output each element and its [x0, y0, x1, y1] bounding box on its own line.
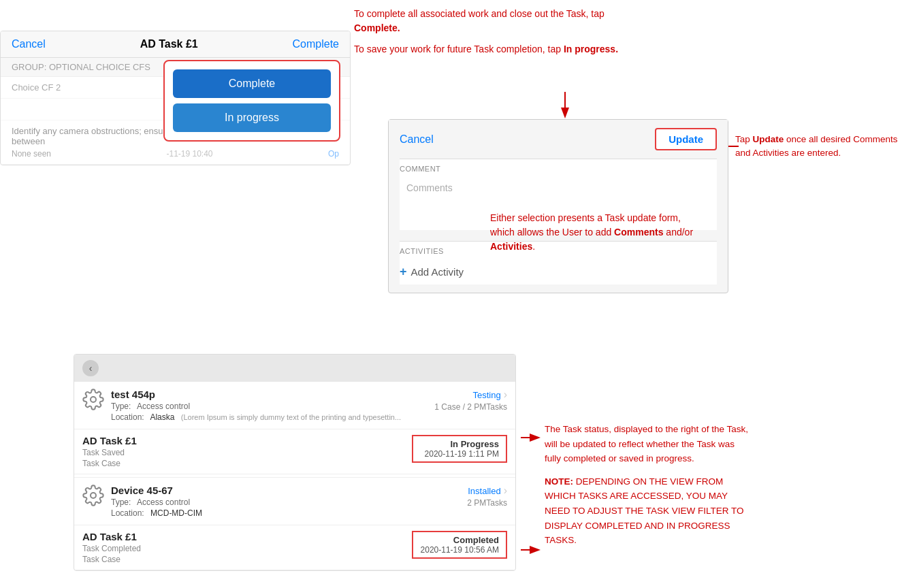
annotation-task-status: The Task status, displayed to the right …: [545, 422, 749, 548]
location-value-1: Alaska: [150, 412, 174, 422]
task-left-1: AD Task £1 Task Saved Task Case: [82, 435, 412, 468]
add-activity-button[interactable]: + Add Activity: [400, 259, 717, 284]
task-update-form: Cancel Update COMMENT Comments ACTIVITIE…: [388, 119, 728, 293]
device-meta-2: Type: Access control: [111, 497, 460, 507]
update-button[interactable]: Update: [655, 128, 717, 150]
task-status-date-1: 2020-11-19 1:11 PM: [420, 449, 499, 459]
comment-section-label: COMMENT: [400, 159, 717, 176]
action-popup: Complete In progress: [163, 60, 340, 142]
task-status-text-1: In Progress: [420, 439, 499, 449]
device-location-1: Location: Alaska (Lorem Ipsum is simply …: [111, 412, 428, 422]
task-title: AD Task £1: [140, 38, 198, 50]
location-value-2: MCD-MD-CIM: [150, 508, 202, 518]
form-cancel-button[interactable]: Cancel: [400, 133, 434, 146]
task-list-panel: ‹ test 454p Type: Access control Locatio…: [74, 354, 516, 571]
task-sub1-2: Task Completed: [82, 544, 412, 553]
task-name-2: AD Task £1: [82, 531, 412, 542]
device-status-1: Testing: [472, 390, 500, 400]
annotation-inprogress-bold: In progress.: [564, 44, 618, 54]
device-row-2[interactable]: Device 45-67 Type: Access control Locati…: [74, 477, 515, 525]
pm-count-2: 2 PMTasks: [467, 498, 507, 508]
task-sub2-1: Task Case: [82, 459, 412, 468]
device-info-2: Device 45-67 Type: Access control Locati…: [111, 485, 460, 518]
task-sub1-1: Task Saved: [82, 448, 412, 457]
gear-icon-2: [82, 485, 104, 508]
back-icon: ‹: [89, 363, 93, 374]
device-type-1: Access control: [137, 402, 190, 411]
update-form-header: Cancel Update: [389, 120, 728, 159]
svg-point-0: [91, 397, 96, 402]
location-label-2: Location:: [111, 508, 144, 518]
cancel-button[interactable]: Cancel: [12, 38, 46, 50]
task-sub2-2: Task Case: [82, 555, 412, 564]
device-right-1: Testing › 1 Case / 2 PMTasks: [434, 389, 507, 412]
pm-count-1: 1 Case / 2 PMTasks: [434, 402, 507, 412]
device-status-2: Installed: [468, 486, 500, 496]
panel-header-bar: ‹: [74, 355, 515, 382]
annotation-line1: To complete all associated work and clos…: [354, 8, 605, 19]
task-row-1[interactable]: AD Task £1 Task Saved Task Case In Progr…: [74, 429, 515, 474]
annotation-complete-inprogress: To complete all associated work and clos…: [354, 7, 626, 56]
group-label: GROUP: OPTIONAL CHOICE CFS: [12, 62, 150, 72]
complete-nav-button[interactable]: Complete: [293, 38, 339, 50]
device-type-2: Access control: [137, 497, 190, 507]
device-info-1: test 454p Type: Access control Location:…: [111, 389, 428, 422]
annotation-line2: To save your work for future Task comple…: [354, 44, 564, 54]
note-label: NOTE:: [545, 476, 573, 487]
annotation-note: NOTE: DEPENDING ON THE VIEW FROM WHICH T…: [545, 474, 749, 548]
complete-button[interactable]: Complete: [173, 69, 331, 98]
device-type-label-1: Type:: [111, 402, 131, 411]
task-time: -11-19 10:40: [166, 149, 212, 159]
device-location-2: Location: MCD-MD-CIM: [111, 508, 460, 518]
location-extra-1: (Lorem Ipsum is simply dummy text of the…: [181, 413, 401, 421]
add-activity-label: Add Activity: [411, 266, 464, 278]
in-progress-button[interactable]: In progress: [173, 103, 331, 132]
back-button[interactable]: ‹: [82, 360, 99, 376]
chevron-icon-1: ›: [504, 389, 507, 401]
device-name-1: test 454p: [111, 389, 428, 400]
chevron-icon-2: ›: [504, 485, 507, 497]
annotation-complete-bold: Complete.: [354, 22, 400, 33]
task-status-none: None seen: [12, 149, 51, 159]
mobile-nav-bar: Cancel AD Task £1 Complete: [1, 31, 350, 58]
device-meta-1: Type: Access control: [111, 402, 428, 411]
task-status-date-2: 2020-11-19 10:56 AM: [420, 545, 499, 555]
location-label-1: Location:: [111, 412, 144, 422]
device-type-label-2: Type:: [111, 497, 131, 507]
note-text: DEPENDING ON THE VIEW FROM WHICH TASKS A…: [545, 476, 744, 545]
device-row-1[interactable]: test 454p Type: Access control Location:…: [74, 382, 515, 429]
annotation-status-main: The Task status, displayed to the right …: [545, 422, 749, 466]
task-name-1: AD Task £1: [82, 435, 412, 446]
op-label: Op: [328, 149, 339, 159]
task-status-box-1: In Progress 2020-11-19 1:11 PM: [412, 435, 507, 463]
task-row-2[interactable]: AD Task £1 Task Completed Task Case Comp…: [74, 525, 515, 570]
device-name-2: Device 45-67: [111, 485, 460, 496]
task-left-2: AD Task £1 Task Completed Task Case: [82, 531, 412, 564]
task-status-text-2: Completed: [420, 535, 499, 545]
annotation-update: Tap Update once all desired Comments and…: [735, 133, 902, 161]
svg-point-1: [91, 493, 96, 498]
plus-icon: +: [400, 265, 407, 279]
device-right-2: Installed › 2 PMTasks: [467, 485, 507, 508]
gear-icon-1: [82, 389, 104, 412]
task-status-box-2: Completed 2020-11-19 10:56 AM: [412, 531, 507, 559]
annotation-form-description: Either selection presents a Task update …: [490, 211, 701, 254]
